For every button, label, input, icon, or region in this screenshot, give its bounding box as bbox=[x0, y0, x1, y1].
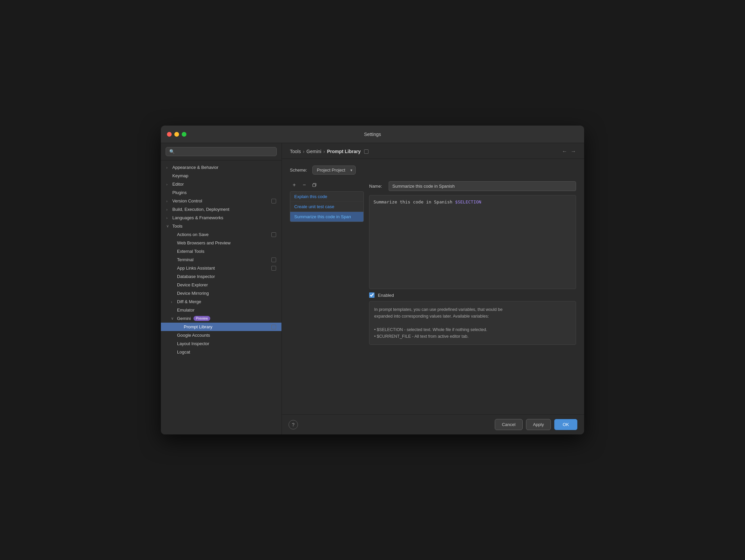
sidebar-item-label: Prompt Library bbox=[184, 324, 212, 329]
sidebar-item-logcat[interactable]: Logcat bbox=[161, 348, 282, 356]
sidebar-item-app-links[interactable]: App Links Assistant bbox=[161, 264, 282, 272]
traffic-lights bbox=[167, 132, 186, 137]
enabled-checkbox[interactable] bbox=[369, 292, 375, 298]
prompt-editor-area[interactable]: Summarize this code in Spanish $SELECTIO… bbox=[369, 195, 576, 289]
main-content: 🔍 › Appearance & Behavior Keymap › Edito… bbox=[161, 143, 584, 434]
sidebar-item-plugins[interactable]: Plugins bbox=[161, 188, 282, 197]
sidebar: 🔍 › Appearance & Behavior Keymap › Edito… bbox=[161, 143, 282, 434]
sidebar-item-label: Layout Inspector bbox=[177, 341, 209, 346]
name-input[interactable] bbox=[389, 181, 576, 191]
sidebar-item-label: Plugins bbox=[172, 190, 187, 195]
sidebar-item-label: Logcat bbox=[177, 350, 190, 355]
back-arrow[interactable]: ← bbox=[562, 149, 567, 155]
help-button[interactable]: ? bbox=[289, 420, 298, 429]
sidebar-item-appearance[interactable]: › Appearance & Behavior bbox=[161, 163, 282, 171]
action-buttons: Cancel Apply OK bbox=[495, 419, 577, 430]
info-line-1: In prompt templates, you can use predefi… bbox=[374, 307, 503, 319]
preview-badge: Preview bbox=[193, 316, 210, 321]
chevron-icon: ∨ bbox=[171, 316, 175, 321]
breadcrumb-indicator bbox=[364, 150, 368, 154]
sidebar-item-external-tools[interactable]: External Tools bbox=[161, 247, 282, 256]
sidebar-item-label: Google Accounts bbox=[177, 333, 210, 338]
nav-arrows: ← → bbox=[562, 149, 576, 155]
list-toolbar: + − bbox=[290, 181, 364, 189]
sidebar-item-actions-on-save[interactable]: Actions on Save bbox=[161, 230, 282, 239]
prompt-item-label: Create unit test case bbox=[294, 204, 334, 209]
sidebar-item-web-browsers[interactable]: Web Browsers and Preview bbox=[161, 239, 282, 247]
chevron-icon: › bbox=[166, 216, 170, 220]
sidebar-nav: › Appearance & Behavior Keymap › Editor … bbox=[161, 161, 282, 434]
sidebar-item-label: External Tools bbox=[177, 249, 204, 254]
chevron-icon: › bbox=[166, 166, 170, 169]
ok-button[interactable]: OK bbox=[554, 419, 577, 430]
search-bar: 🔍 bbox=[161, 143, 282, 161]
sidebar-item-terminal[interactable]: Terminal bbox=[161, 256, 282, 264]
indicator-icon bbox=[271, 325, 276, 329]
sidebar-item-label: Emulator bbox=[177, 307, 194, 312]
sidebar-item-label: Terminal bbox=[177, 257, 193, 262]
sidebar-item-emulator[interactable]: Emulator bbox=[161, 306, 282, 314]
sidebar-item-prompt-library[interactable]: Prompt Library bbox=[161, 323, 282, 331]
sidebar-item-label: Tools bbox=[172, 224, 183, 229]
indicator-icon bbox=[271, 258, 276, 262]
add-prompt-button[interactable]: + bbox=[290, 181, 299, 189]
sidebar-item-tools[interactable]: ∨ Tools bbox=[161, 222, 282, 230]
sidebar-item-build[interactable]: › Build, Execution, Deployment bbox=[161, 205, 282, 213]
sidebar-item-label: Editor bbox=[172, 182, 184, 187]
search-icon: 🔍 bbox=[169, 149, 175, 154]
prompt-item-unit-test[interactable]: Create unit test case bbox=[290, 202, 363, 212]
sidebar-item-languages[interactable]: › Languages & Frameworks bbox=[161, 213, 282, 222]
sidebar-item-editor[interactable]: › Editor bbox=[161, 180, 282, 188]
sidebar-item-device-explorer[interactable]: Device Explorer bbox=[161, 281, 282, 289]
chevron-icon: › bbox=[171, 300, 175, 304]
titlebar: Settings bbox=[161, 126, 584, 143]
prompt-item-label: Explain this code bbox=[294, 194, 327, 199]
window-title: Settings bbox=[364, 132, 381, 137]
name-row: Name: bbox=[369, 181, 576, 191]
breadcrumb-sep-1: › bbox=[303, 149, 305, 154]
sidebar-item-google-accounts[interactable]: Google Accounts bbox=[161, 331, 282, 339]
breadcrumb-current: Prompt Library bbox=[327, 149, 360, 154]
close-button[interactable] bbox=[167, 132, 172, 137]
scheme-row: Scheme: Project Project bbox=[290, 166, 576, 174]
search-input[interactable] bbox=[177, 149, 273, 154]
remove-prompt-button[interactable]: − bbox=[300, 181, 309, 189]
name-label: Name: bbox=[369, 184, 385, 189]
breadcrumb-tools: Tools bbox=[290, 149, 301, 154]
prompt-item-summarize[interactable]: Summarize this code in Span bbox=[290, 212, 363, 222]
sidebar-item-layout-inspector[interactable]: Layout Inspector bbox=[161, 339, 282, 348]
scheme-select[interactable]: Project Project bbox=[312, 166, 356, 174]
sidebar-item-label: Actions on Save bbox=[177, 232, 208, 237]
forward-arrow[interactable]: → bbox=[571, 149, 576, 155]
maximize-button[interactable] bbox=[182, 132, 186, 137]
sidebar-item-label: Build, Execution, Deployment bbox=[172, 207, 229, 212]
copy-prompt-button[interactable] bbox=[310, 181, 319, 189]
sidebar-item-database-inspector[interactable]: Database Inspector bbox=[161, 272, 282, 281]
sidebar-item-label: Diff & Merge bbox=[177, 299, 201, 304]
prompt-variable: $SELECTION bbox=[455, 199, 481, 204]
sidebar-item-gemini[interactable]: ∨ Gemini Preview bbox=[161, 314, 282, 323]
editor-panel: + − Explain this code bbox=[290, 181, 576, 345]
sidebar-item-device-mirroring[interactable]: Device Mirroring bbox=[161, 289, 282, 297]
sidebar-item-version-control[interactable]: › Version Control bbox=[161, 197, 282, 205]
apply-button[interactable]: Apply bbox=[526, 419, 551, 430]
search-wrapper[interactable]: 🔍 bbox=[166, 147, 277, 156]
enabled-label: Enabled bbox=[378, 293, 394, 298]
prompt-list: Explain this code Create unit test case … bbox=[290, 191, 364, 222]
sidebar-item-diff-merge[interactable]: › Diff & Merge bbox=[161, 297, 282, 306]
cancel-button[interactable]: Cancel bbox=[495, 419, 522, 430]
sidebar-item-label: Keymap bbox=[172, 173, 188, 178]
sidebar-item-label: Gemini bbox=[177, 316, 191, 321]
scheme-label: Scheme: bbox=[290, 168, 307, 172]
sidebar-item-keymap[interactable]: Keymap bbox=[161, 171, 282, 180]
info-line-2: • $SELECTION - selected text. Whole file… bbox=[374, 327, 487, 339]
prompt-item-explain[interactable]: Explain this code bbox=[290, 192, 363, 202]
content-area: Tools › Gemini › Prompt Library ← → Sche… bbox=[282, 143, 584, 434]
info-box: In prompt templates, you can use predefi… bbox=[369, 301, 576, 345]
scheme-select-wrapper[interactable]: Project Project bbox=[312, 166, 356, 174]
indicator-icon bbox=[271, 199, 276, 203]
prompt-text-prefix: Summarize this code in Spanish bbox=[374, 199, 455, 204]
minimize-button[interactable] bbox=[174, 132, 179, 137]
chevron-icon: › bbox=[166, 207, 170, 211]
prompt-item-label: Summarize this code in Span bbox=[294, 214, 351, 219]
